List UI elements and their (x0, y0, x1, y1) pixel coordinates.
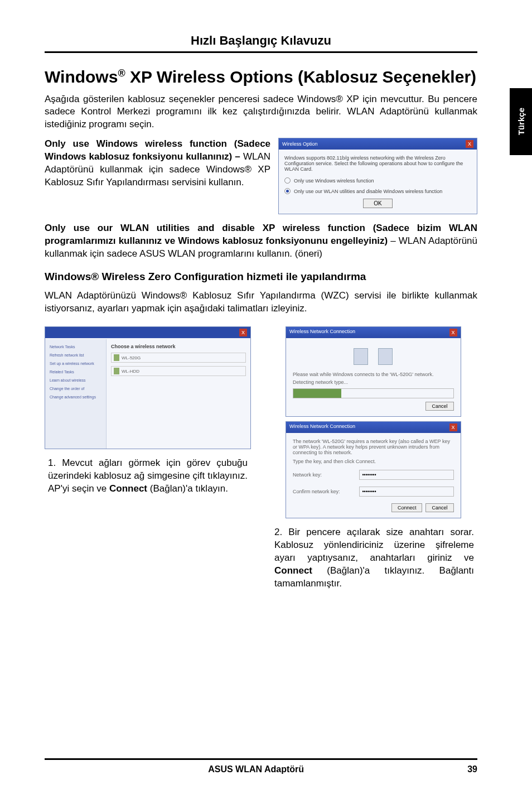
antenna-icon (114, 368, 119, 374)
confirm-key-input[interactable] (360, 489, 453, 494)
detecting-message: Detecting network type... (293, 379, 454, 385)
connect-button[interactable]: Connect (391, 503, 423, 512)
sidebar-item: Related Tasks (49, 368, 103, 376)
close-icon[interactable]: X (466, 140, 473, 148)
language-tab: Türkçe (510, 88, 532, 155)
connection-dialogs: Wireless Network Connection X Please wai… (286, 326, 461, 518)
wzc-intro: WLAN Adaptörünüzü Windows® Kablosuz Sıfı… (45, 290, 477, 315)
sidebar-item: Network Tasks (49, 343, 103, 351)
running-head: Hızlı Başlangıç Kılavuzu (45, 33, 477, 48)
step-1-caption: 1. Mevcut ağları görmek için görev çubuğ… (45, 457, 251, 495)
option-1-text: Only use Windows wireless function (Sade… (45, 138, 270, 189)
header-rule (45, 51, 477, 53)
choose-network-heading: Choose a wireless network (111, 344, 246, 349)
computer-icon (354, 348, 368, 365)
language-tab-label: Türkçe (516, 108, 526, 135)
page-heading: Windows® XP Wireless Options (Kablosuz S… (45, 66, 477, 88)
sidebar-item[interactable]: Change advanced settings (49, 393, 103, 401)
page-footer: ASUS WLAN Adaptörü 39 (0, 758, 532, 774)
network-row[interactable]: WL-520G (111, 353, 246, 363)
option-2-text: Only use our WLAN utilities and disable … (45, 222, 477, 261)
progress-bar (293, 389, 341, 398)
radio-icon (284, 177, 291, 184)
network-key-label: Network key: (293, 472, 357, 478)
page-number: 39 (467, 764, 477, 774)
connecting-message: Please wait while Windows connects to th… (293, 372, 454, 377)
tasks-sidebar: Network Tasks Refresh network list Set u… (45, 339, 107, 449)
ok-button[interactable]: OK (363, 199, 392, 208)
dialog-title: Wireless Option (282, 141, 318, 147)
radio-windows-only[interactable]: Only use Windows wireless function (284, 177, 471, 184)
dialog-title: Wireless Network Connection (289, 329, 355, 336)
network-key-input[interactable] (360, 472, 453, 478)
step-1: X Network Tasks Refresh network list Set… (45, 326, 251, 590)
step-2-caption: 2. Bir pencere açılarak size anahtarı so… (271, 526, 477, 590)
close-icon[interactable]: X (239, 329, 247, 336)
dialog-title: Wireless Network Connection (289, 423, 355, 431)
step-2: Wireless Network Connection X Please wai… (271, 326, 477, 590)
cancel-button[interactable]: Cancel (425, 503, 453, 512)
network-row[interactable]: WL-HDD (111, 366, 246, 376)
wireless-option-dialog: Wireless Option X Windows supports 802.1… (278, 138, 477, 214)
sidebar-item[interactable]: Learn about wireless (49, 376, 103, 384)
radio-wlan-utilities[interactable]: Only use our WLAN utilities and disable … (284, 188, 471, 194)
ap-icon (378, 348, 393, 365)
radio-icon (284, 188, 291, 194)
lead-paragraph: Aşağıda gösterilen kablosuz seçenekler p… (45, 93, 477, 132)
type-key-label: Type the key, and then click Connect. (293, 459, 454, 464)
choose-network-window: X Network Tasks Refresh network list Set… (45, 326, 251, 449)
confirm-key-label: Confirm network key: (293, 489, 357, 494)
sidebar-item[interactable]: Refresh network list (49, 351, 103, 359)
close-icon[interactable]: X (449, 329, 457, 336)
cancel-button[interactable]: Cancel (425, 402, 453, 411)
subheading-wzc: Windows® Wireless Zero Configuration hiz… (45, 271, 477, 283)
antenna-icon (114, 354, 119, 361)
page-body: Hızlı Başlangıç Kılavuzu Windows® XP Wir… (0, 0, 532, 590)
sidebar-item[interactable]: Change the order of (49, 384, 103, 393)
window-title (49, 329, 50, 336)
key-required-message: The network 'WL-520G' requires a network… (293, 439, 454, 455)
dialog-description: Windows supports 802.11b/g wireless netw… (284, 155, 471, 172)
footer-title: ASUS WLAN Adaptörü (208, 764, 304, 774)
close-icon[interactable]: X (449, 423, 457, 431)
sidebar-item[interactable]: Set up a wireless network (49, 359, 103, 368)
footer-rule (45, 758, 477, 760)
